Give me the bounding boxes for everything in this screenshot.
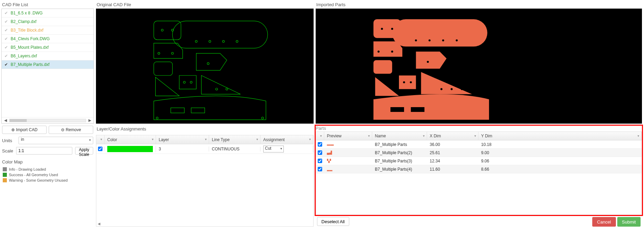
apply-scale-button[interactable]: Apply Scale [75,147,93,155]
scale-label: Scale [2,148,13,153]
parts-table-header: ▾ Preview▾ Name▾ X Dim▾ Y Dim▾ [316,132,642,140]
minus-circle-icon: ⊖ [61,127,64,132]
scale-input[interactable] [16,147,72,155]
scroll-right-icon[interactable]: ▶ [87,118,92,123]
part-checkbox[interactable] [318,142,322,147]
table-scroll-icon: ◀ [98,222,100,226]
file-row[interactable]: ✔B3_Title Block.dxf [2,26,94,35]
cad-file-list-title: CAD File List [1,1,94,9]
check-icon: ✔ [4,45,9,50]
pcol-checkbox[interactable]: ▾ [316,132,324,140]
layer-assignments-title: Layer/Color Assignments [96,126,314,133]
cad-file-list: ✔B1_6.5 x 8 .DWG✔B2_Clamp.dxf✔B3_Title B… [2,9,94,117]
svg-point-9 [207,62,209,65]
col-color[interactable]: Color▾ [105,135,156,144]
remove-button[interactable]: ⊖ Remove [49,126,93,134]
pcol-ydim[interactable]: Y Dim▾ [478,132,642,140]
legend-row: Info - Drawing Loaded [3,167,93,171]
file-list-hscroll[interactable]: ◀ ▶ [2,117,94,123]
svg-point-12 [190,81,192,83]
part-preview-icon: ▄▟ [327,151,332,155]
part-xdim: 12.34 [427,159,478,163]
svg-point-5 [222,41,224,43]
svg-point-26 [442,39,444,42]
svg-rect-37 [411,107,425,112]
check-icon: ✔ [4,36,9,41]
legend-swatch [3,178,7,182]
col-assignment[interactable]: Assignment▾ [260,135,313,144]
imported-parts-title: Imported Parts [316,1,642,9]
part-ydim: 9.00 [478,150,642,155]
svg-point-35 [461,88,463,90]
cad-wireframe [96,9,314,124]
part-row[interactable]: ▂▂B7_Multiple Parts(4)11.608.66 [316,165,642,173]
svg-rect-16 [191,108,205,113]
part-xdim: 11.60 [427,167,478,172]
check-icon: ✔ [4,28,9,33]
legend-text: Warning - Some Geometry Unused [9,178,68,182]
original-cad-viewport[interactable] [96,9,314,124]
part-xdim: 36.00 [427,142,478,147]
part-checkbox[interactable] [318,167,322,171]
imported-shapes [316,9,642,124]
cancel-button[interactable]: Cancel [592,217,616,227]
file-row[interactable]: ✔B4_Clevis Fork.DWG [2,35,94,43]
part-row[interactable]: ▬▬B7_Multiple Parts36.0010.18 [316,140,642,149]
deselect-all-button[interactable]: Deselect All [317,217,349,226]
svg-point-25 [428,39,430,42]
submit-button[interactable]: Submit [617,217,641,227]
file-row[interactable]: ✔B1_6.5 x 8 .DWG [2,9,94,18]
col-checkbox[interactable]: ▾ [96,135,105,144]
svg-point-22 [381,28,383,30]
pcol-xdim[interactable]: X Dim▾ [427,132,478,140]
file-row[interactable]: ✔B2_Clamp.dxf [2,18,94,26]
pcol-name[interactable]: Name▾ [372,132,427,140]
part-ydim: 8.66 [478,167,642,172]
layer-value: 3 [156,147,209,151]
original-cad-title: Original CAD File [96,1,314,9]
part-preview-icon: ▚▘ [327,159,332,163]
assignment-select[interactable]: Cut [263,146,284,152]
cad-file-list-panel: ✔B1_6.5 x 8 .DWG✔B2_Clamp.dxf✔B3_Title B… [1,9,94,124]
remove-label: Remove [66,127,81,132]
part-name: B7_Multiple Parts(2) [372,150,427,155]
import-cad-button[interactable]: ⊕ Import CAD [2,126,47,134]
scroll-thumb[interactable] [10,119,27,122]
imported-parts-viewport[interactable] [316,9,642,124]
file-row[interactable]: ✔B5_Mount Plates.dxf [2,43,94,52]
svg-point-3 [195,41,197,43]
part-checkbox[interactable] [318,150,322,155]
svg-point-7 [158,52,160,54]
file-row[interactable]: ✔B6_Layers.dxf [2,52,94,60]
legend-text: Success - All Geometry Used [9,173,58,177]
units-select[interactable]: in [19,137,93,144]
scroll-left-icon[interactable]: ◀ [3,118,8,123]
svg-point-4 [209,41,211,43]
part-row[interactable]: ▚▘B7_Multiple Parts(3)12.349.06 [316,157,642,165]
legend-row: Success - All Geometry Used [3,173,93,177]
part-checkbox[interactable] [318,159,322,163]
scroll-track[interactable] [9,119,86,122]
svg-rect-20 [373,60,392,74]
parts-table-body[interactable]: ▬▬B7_Multiple Parts36.0010.18▄▟B7_Multip… [316,140,642,215]
layer-checkbox[interactable] [98,147,102,151]
part-name: B7_Multiple Parts(3) [372,159,427,163]
col-layer[interactable]: Layer▾ [156,135,209,144]
svg-point-34 [451,88,453,90]
pcol-preview[interactable]: Preview▾ [324,132,372,140]
linetype-value: CONTINUOUS [209,147,260,151]
check-icon: ✔ [4,19,9,24]
file-row[interactable]: ✔B7_Multiple Parts.dxf [2,60,94,69]
part-name: B7_Multiple Parts(4) [372,167,427,172]
svg-rect-0 [154,21,181,40]
check-icon: ✔ [4,54,9,58]
check-icon: ✔ [4,11,9,15]
file-name: B4_Clevis Fork.DWG [11,36,50,41]
svg-point-24 [415,39,417,42]
color-map-legend: Info - Drawing LoadedSuccess - All Geome… [1,166,94,184]
svg-rect-36 [390,107,404,112]
units-value: in [21,137,24,142]
col-linetype[interactable]: Line Type▾ [209,135,260,144]
svg-point-28 [377,50,379,53]
part-row[interactable]: ▄▟B7_Multiple Parts(2)25.619.00 [316,149,642,157]
